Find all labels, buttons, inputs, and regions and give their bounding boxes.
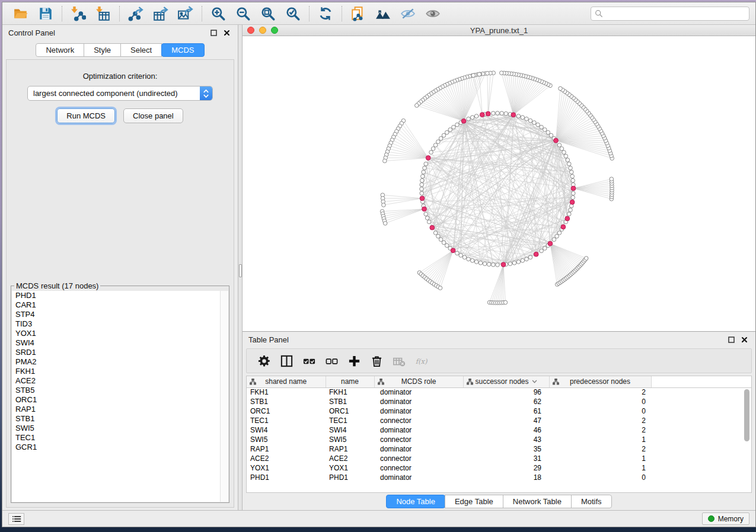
run-mcds-button[interactable]: Run MCDS [57,108,115,123]
table-row[interactable]: YOX1YOX1connector291 [247,463,751,473]
tab-style[interactable]: Style [84,43,121,57]
mcds-result-item[interactable]: ORC1 [12,395,228,405]
float-table-panel-icon[interactable] [726,334,736,345]
mcds-result-item[interactable]: SWI4 [12,338,228,348]
select-all-columns-button[interactable] [298,352,320,370]
export-network-button[interactable] [123,5,148,23]
table-row[interactable]: PHD1PHD1dominator180 [247,473,751,482]
zoom-in-button[interactable] [206,5,231,23]
control-panel-title: Control Panel [8,28,55,37]
mcds-result-item[interactable]: STP4 [12,310,228,319]
cell-MCDS-role: connector [374,463,463,473]
zoom-out-button[interactable] [231,5,256,23]
search-box[interactable] [591,7,749,21]
mcds-result-item[interactable]: FKH1 [12,367,228,376]
result-list-scrollbar[interactable] [220,291,228,502]
table-row[interactable]: ORC1ORC1dominator610 [247,406,751,416]
cell-filler [651,387,751,397]
splitter-grip[interactable] [239,264,242,277]
cell-successor-nodes: 96 [463,387,549,397]
table-row[interactable]: SWI5SWI5connector431 [247,435,751,444]
refresh-layout-button[interactable] [313,5,338,23]
split-panel-button[interactable] [275,352,298,370]
mcds-result-item[interactable]: SRD1 [12,348,228,357]
column-header-MCDS-role[interactable]: MCDS role [374,376,463,387]
column-header-predecessor-nodes[interactable]: predecessor nodes [549,376,651,387]
close-panel-icon[interactable] [221,27,232,38]
column-header-filler [651,376,751,387]
add-column-button[interactable] [343,352,365,370]
export-image-button[interactable] [173,5,198,23]
cell-successor-nodes: 18 [463,473,549,482]
list-menu-icon [12,515,21,523]
mcds-result-item[interactable]: CAR1 [12,300,228,310]
vertical-splitter[interactable] [238,25,243,510]
float-panel-icon[interactable] [208,27,219,38]
first-neighbors-button[interactable] [371,5,395,23]
status-bar: Memory [2,510,755,527]
cell-filler [651,435,751,444]
cell-MCDS-role: dominator [374,387,463,397]
save-session-button[interactable] [33,5,58,23]
node-table-grid[interactable]: shared namenameMCDS rolesuccessor nodesp… [246,376,752,493]
mcds-result-item[interactable]: TEC1 [12,433,228,443]
deselect-all-columns-button[interactable] [320,352,343,370]
table-row[interactable]: TEC1TEC1connector472 [247,416,751,425]
column-settings-icon [257,354,271,368]
import-network-button[interactable] [66,5,91,23]
cell-filler [651,454,751,463]
cell-shared-name: ORC1 [247,406,326,416]
table-row[interactable]: RAP1RAP1dominator352 [247,444,751,454]
function-builder-icon: f(x) [415,354,429,368]
close-table-panel-icon[interactable] [739,334,749,345]
cell-MCDS-role: connector [374,416,463,425]
tab-network-table[interactable]: Network Table [503,495,572,508]
duplicate-network-button[interactable] [346,5,371,23]
mcds-result-item[interactable]: ACE2 [12,376,228,386]
table-row[interactable]: STB1STB1dominator620 [247,397,751,406]
mcds-result-item[interactable]: STB1 [12,414,228,424]
column-header-shared-name[interactable]: shared name [247,376,326,387]
mcds-result-item[interactable]: PHD1 [12,291,228,300]
delete-column-button[interactable] [365,352,388,370]
search-input[interactable] [605,9,745,18]
export-table-button[interactable] [148,5,173,23]
tab-motifs[interactable]: Motifs [571,495,612,508]
zoom-selected-button[interactable] [280,5,305,23]
table-row[interactable]: FKH1FKH1dominator962 [247,387,751,397]
mcds-result-item[interactable]: YOX1 [12,329,228,338]
cell-name: TEC1 [326,416,374,425]
network-canvas[interactable] [243,36,755,331]
mcds-result-list[interactable]: PHD1CAR1STP4TID3YOX1SWI4SRD1PMA2FKH1ACE2… [12,291,228,502]
hide-selected-button[interactable] [395,5,420,23]
tab-select[interactable]: Select [120,43,162,57]
zoom-in-icon [210,6,226,21]
optimization-selected-value: largest connected component (undirected) [28,89,200,98]
mcds-result-item[interactable]: RAP1 [12,405,228,414]
column-header-name[interactable]: name [326,376,374,387]
mcds-result-item[interactable]: GCR1 [12,443,228,452]
column-settings-button[interactable] [253,352,275,370]
open-file-button[interactable] [8,5,33,23]
memory-button[interactable]: Memory [702,512,749,525]
import-table-button[interactable] [91,5,116,23]
close-panel-button[interactable]: Close panel [123,108,183,123]
mcds-result-item[interactable]: TID3 [12,319,228,329]
table-row[interactable]: ACE2ACE2connector311 [247,454,751,463]
tab-network[interactable]: Network [36,43,84,57]
table-row[interactable]: SWI4SWI4dominator462 [247,425,751,435]
show-all-button[interactable] [420,5,445,23]
table-scrollbar[interactable] [744,379,750,490]
table-scrollbar-thumb[interactable] [744,389,749,441]
mcds-result-item[interactable]: STB5 [12,386,228,395]
zoom-fit-button[interactable] [256,5,280,23]
tab-edge-table[interactable]: Edge Table [445,495,503,508]
optimization-select[interactable]: largest connected component (undirected) [27,86,213,101]
panel-menu-button[interactable] [8,513,24,525]
column-header-successor-nodes[interactable]: successor nodes [463,376,549,387]
tab-node-table[interactable]: Node Table [386,495,445,508]
zoom-out-icon [235,6,251,21]
mcds-result-item[interactable]: PMA2 [12,357,228,367]
tab-mcds[interactable]: MCDS [161,43,204,57]
mcds-result-item[interactable]: SWI5 [12,424,228,433]
